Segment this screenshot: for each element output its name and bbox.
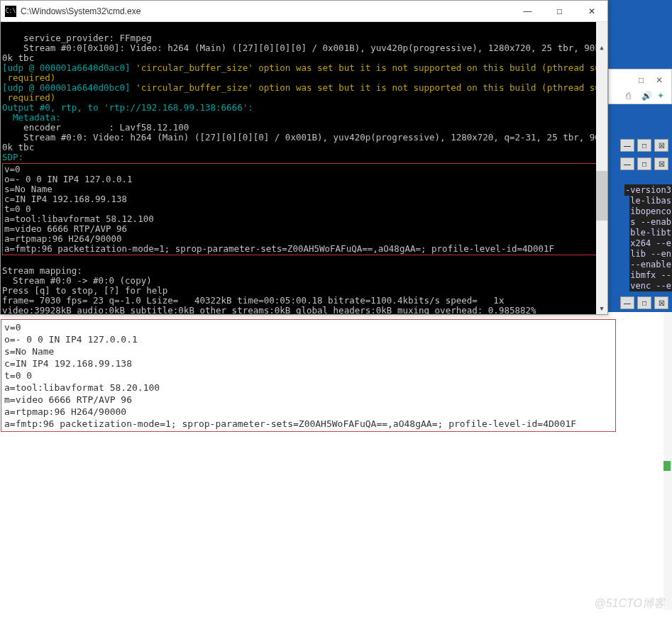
bg-min-icon: — bbox=[620, 157, 634, 170]
sdp-line: a=tool:libavformat 58.12.100 bbox=[4, 213, 154, 224]
sdp-line: a=rtpmap:96 H264/90000 bbox=[4, 406, 126, 417]
terminal-scrollbar[interactable]: ▲ ▼ bbox=[596, 22, 607, 314]
output-warn: required) bbox=[2, 72, 55, 83]
scroll-up-icon[interactable]: ▲ bbox=[596, 42, 607, 53]
output-line: 0k tbc bbox=[2, 52, 34, 63]
titlebar[interactable]: C:\ C:\Windows\System32\cmd.exe — □ ✕ bbox=[1, 1, 607, 22]
sdp-line: a=tool:libavformat 58.20.100 bbox=[4, 382, 160, 393]
output-line: video:39928kB audio:0kB subtitle:0kB oth… bbox=[2, 305, 536, 314]
output-line: Stream #0:0[0x100]: Video: h264 (Main) (… bbox=[2, 43, 607, 53]
sdp-line: a=fmtp:96 packetization-mode=1; sprop-pa… bbox=[4, 418, 576, 429]
bg-min-icon: — bbox=[620, 296, 634, 309]
output-warn: 'circular_buffer_size' option was set bu… bbox=[136, 62, 607, 73]
output-line: frame= 7030 fps= 23 q=-1.0 Lsize= 40322k… bbox=[2, 295, 504, 306]
bg-terminal-fragment: ble-libt bbox=[629, 227, 672, 238]
sdp-line: o=- 0 0 IN IP4 127.0.0.1 bbox=[4, 174, 133, 184]
bg-close-icon: ☒ bbox=[654, 157, 668, 170]
sdp-line: m=video 6666 RTP/AVP 96 bbox=[4, 394, 132, 405]
bg-terminal-fragment: --enable bbox=[629, 259, 672, 270]
bg-terminal-fragment: le-libas bbox=[629, 195, 672, 206]
sdp-line: c=IN IP4 192.168.99.138 bbox=[4, 358, 132, 369]
output-line: service_provider: FFmpeg bbox=[2, 33, 152, 43]
bg-terminal-fragment: ibopenco bbox=[629, 206, 672, 217]
bg-terminal-fragment: lib --en bbox=[629, 248, 672, 260]
sdp-line: v=0 bbox=[4, 322, 21, 333]
close-icon[interactable]: ✕ bbox=[656, 75, 666, 85]
background-window-strip: — □ ☒ — □ ☒ -version3 le-libas ibopenco … bbox=[605, 0, 672, 312]
sdp-line: c=IN IP4 192.168.99.138 bbox=[4, 194, 127, 204]
bg-terminal-fragment: venc --e bbox=[629, 280, 672, 291]
output-line: Stream #0:0 -> #0:0 (copy) bbox=[2, 275, 152, 286]
bg-max-icon: □ bbox=[637, 296, 651, 309]
sdp-line: a=fmtp:96 packetization-mode=1; sprop-pa… bbox=[4, 243, 554, 254]
output-line: 0k tbc bbox=[2, 142, 34, 152]
page-scroll-thumb[interactable] bbox=[663, 461, 671, 471]
sdp-line: o=- 0 0 IN IP4 127.0.0.1 bbox=[4, 334, 138, 345]
partial-side-window: □ ✕ ⎙ 🔊 ✦ bbox=[608, 69, 672, 104]
sound-icon[interactable]: 🔊 bbox=[641, 91, 651, 101]
output-line: Stream #0:0: Video: h264 (Main) ([27][0]… bbox=[2, 132, 607, 143]
sdp-text-box: v=0 o=- 0 0 IN IP4 127.0.0.1 s=No Name c… bbox=[1, 319, 616, 432]
output-src: [udp @ 000001a6640d0bc0] bbox=[2, 82, 136, 93]
minimize-button[interactable]: — bbox=[512, 1, 544, 22]
bg-max-icon: □ bbox=[637, 157, 651, 170]
bg-max-icon: □ bbox=[637, 139, 651, 152]
sdp-line: m=video 6666 RTP/AVP 96 bbox=[4, 223, 127, 234]
cmd-window: C:\ C:\Windows\System32\cmd.exe — □ ✕ se… bbox=[0, 0, 608, 315]
output-warn: 'circular_buffer_size' option was set bu… bbox=[136, 82, 607, 93]
output-src: [udp @ 000001a6640d0ac0] bbox=[2, 62, 136, 73]
output-line: Press [q] to stop, [?] for help bbox=[2, 285, 167, 296]
sdp-line: t=0 0 bbox=[4, 204, 31, 214]
cmd-icon: C:\ bbox=[5, 6, 16, 17]
print-icon[interactable]: ⎙ bbox=[626, 91, 636, 101]
terminal-output[interactable]: service_provider: FFmpeg Stream #0:0[0x1… bbox=[1, 22, 607, 314]
bg-terminal-fragment: -version3 bbox=[624, 184, 672, 196]
close-button[interactable]: ✕ bbox=[575, 1, 607, 22]
output-line: Metadata: bbox=[2, 112, 61, 123]
sdp-line: t=0 0 bbox=[4, 370, 32, 381]
sdp-line: s=No Name bbox=[4, 184, 53, 194]
output-line: SDP: bbox=[2, 152, 23, 162]
bg-close-icon: ☒ bbox=[654, 296, 668, 309]
watermark: @51CTO博客 bbox=[594, 596, 665, 611]
page-scrollbar[interactable] bbox=[663, 312, 672, 610]
bg-min-icon: — bbox=[620, 139, 634, 152]
bg-terminal-fragment: s --enab bbox=[629, 216, 672, 228]
maximize-icon[interactable]: □ bbox=[639, 75, 649, 85]
scroll-thumb[interactable] bbox=[596, 171, 607, 221]
window-title: C:\Windows\System32\cmd.exe bbox=[21, 6, 512, 16]
scroll-down-icon[interactable]: ▼ bbox=[596, 303, 607, 314]
sdp-line: a=rtpmap:96 H264/90000 bbox=[4, 233, 122, 244]
sdp-highlight-box: v=0 o=- 0 0 IN IP4 127.0.0.1 s=No Name c… bbox=[2, 163, 607, 255]
output-line: Output #0, rtp, to 'rtp://192.168.99.138… bbox=[2, 102, 253, 113]
maximize-button[interactable]: □ bbox=[544, 1, 575, 22]
output-line: Stream mapping: bbox=[2, 265, 82, 276]
bg-close-icon: ☒ bbox=[654, 139, 668, 152]
sdp-line: s=No Name bbox=[4, 346, 54, 357]
bg-terminal-fragment: x264 --e bbox=[629, 238, 672, 249]
star-icon[interactable]: ✦ bbox=[657, 91, 667, 101]
output-warn: required) bbox=[2, 92, 55, 103]
bg-terminal-fragment: ibmfx -- bbox=[629, 269, 672, 281]
sdp-line: v=0 bbox=[4, 164, 21, 174]
output-line: encoder : Lavf58.12.100 bbox=[2, 122, 189, 133]
